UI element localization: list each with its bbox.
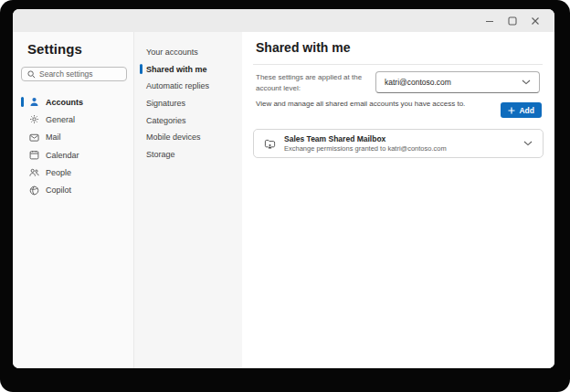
subnav-item-storage[interactable]: Storage bbox=[134, 146, 242, 164]
sidebar-item-label: People bbox=[46, 168, 71, 177]
accounts-subnav: Your accounts Shared with me Automatic r… bbox=[134, 32, 242, 368]
selection-indicator bbox=[140, 64, 142, 74]
account-dropdown[interactable]: katri@contoso.com bbox=[375, 71, 540, 93]
search-input[interactable]: Search settings bbox=[21, 67, 127, 81]
copilot-icon bbox=[28, 185, 39, 196]
sidebar-item-label: General bbox=[46, 115, 75, 124]
shared-mailbox-card[interactable]: Sales Team Shared Mailbox Exchange permi… bbox=[253, 129, 544, 158]
maximize-icon[interactable] bbox=[506, 15, 518, 26]
subnav-item-signatures[interactable]: Signatures bbox=[134, 95, 242, 112]
sidebar-item-label: Copilot bbox=[46, 185, 71, 195]
account-scope-label: These settings are applied at the accoun… bbox=[256, 72, 378, 93]
add-button[interactable]: Add bbox=[501, 102, 542, 118]
mailbox-name: Sales Team Shared Mailbox bbox=[284, 134, 447, 143]
sidebar-item-label: Mail bbox=[46, 132, 61, 142]
search-placeholder: Search settings bbox=[39, 69, 93, 79]
sidebar-item-mail[interactable]: Mail bbox=[13, 129, 133, 146]
panel-title: Shared with me bbox=[256, 40, 350, 55]
account-dropdown-value: katri@contoso.com bbox=[385, 78, 451, 87]
sidebar-item-label: Calendar bbox=[46, 151, 79, 160]
gear-icon bbox=[28, 114, 39, 125]
mail-icon bbox=[28, 132, 39, 143]
calendar-icon bbox=[28, 150, 39, 161]
plus-icon bbox=[508, 107, 515, 114]
sidebar-item-accounts[interactable]: Accounts bbox=[13, 93, 133, 111]
divider bbox=[253, 64, 543, 65]
shared-mailbox-icon bbox=[264, 138, 276, 150]
subnav-item-categories[interactable]: Categories bbox=[134, 111, 242, 129]
selection-indicator bbox=[21, 97, 24, 107]
close-icon[interactable] bbox=[529, 15, 541, 26]
mailbox-detail: Exchange permissions granted to katri@co… bbox=[284, 144, 447, 153]
subnav-item-label: Categories bbox=[146, 116, 186, 125]
person-icon bbox=[28, 97, 39, 108]
subnav-item-shared-with-me[interactable]: Shared with me bbox=[134, 61, 242, 79]
subnav-item-label: Shared with me bbox=[146, 65, 207, 74]
subnav-item-label: Your accounts bbox=[146, 48, 198, 57]
sidebar-item-people[interactable]: People bbox=[13, 164, 133, 181]
people-icon bbox=[28, 167, 39, 178]
sidebar-nav: Accounts General Mail bbox=[13, 93, 133, 199]
page-title: Settings bbox=[27, 41, 133, 57]
subnav-item-your-accounts[interactable]: Your accounts bbox=[134, 44, 242, 61]
shared-with-me-panel: Shared with me These settings are applie… bbox=[242, 32, 554, 368]
subnav-item-mobile-devices[interactable]: Mobile devices bbox=[134, 129, 242, 146]
subnav-item-label: Automatic replies bbox=[146, 81, 209, 90]
sidebar-item-calendar[interactable]: Calendar bbox=[13, 146, 133, 164]
settings-sidebar: Settings Search settings Accounts bbox=[13, 32, 134, 368]
chevron-down-icon[interactable] bbox=[523, 141, 533, 146]
panel-description: View and manage all shared email account… bbox=[256, 100, 465, 108]
sidebar-item-label: Accounts bbox=[46, 98, 83, 107]
minimize-icon[interactable] bbox=[483, 15, 495, 26]
title-bar bbox=[13, 9, 554, 32]
subnav-item-label: Signatures bbox=[146, 99, 185, 108]
sidebar-item-general[interactable]: General bbox=[13, 111, 133, 128]
sidebar-item-copilot[interactable]: Copilot bbox=[13, 181, 133, 198]
search-icon bbox=[27, 70, 36, 79]
add-button-label: Add bbox=[519, 106, 534, 115]
subnav-item-label: Storage bbox=[146, 150, 175, 159]
subnav-item-label: Mobile devices bbox=[146, 132, 201, 142]
subnav-item-automatic-replies[interactable]: Automatic replies bbox=[134, 78, 242, 95]
chevron-down-icon bbox=[522, 79, 531, 85]
settings-window: Settings Search settings Accounts bbox=[13, 9, 554, 368]
